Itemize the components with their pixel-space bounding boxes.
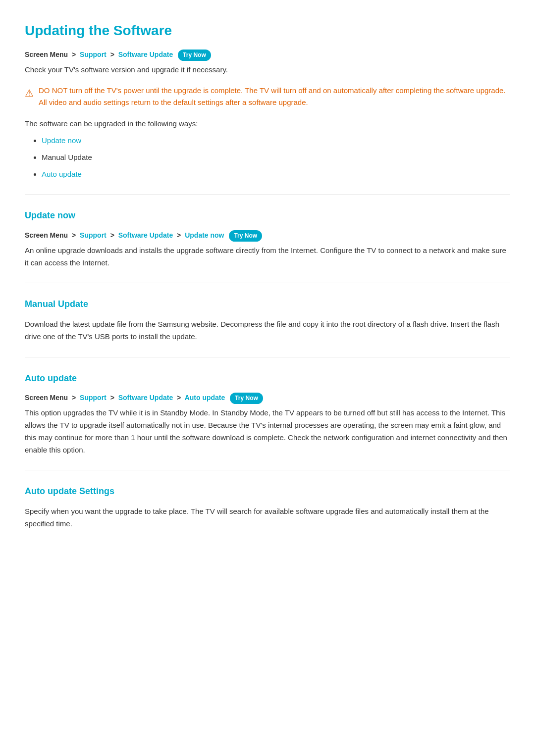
bc-software-update-1[interactable]: Software Update	[118, 231, 173, 239]
update-now-link[interactable]: Update now	[42, 136, 81, 145]
try-now-badge-intro[interactable]: Try Now	[178, 50, 211, 61]
manual-update-label: Manual Update	[42, 153, 92, 161]
section-breadcrumb-auto-update: Screen Menu > Support > Software Update …	[25, 392, 510, 404]
warning-text: DO NOT turn off the TV's power until the…	[39, 85, 510, 109]
list-item-auto-update: Auto update	[42, 168, 510, 180]
upgrade-intro: The software can be upgraded in the foll…	[25, 118, 510, 130]
upgrade-methods-list: Update now Manual Update Auto update	[25, 135, 510, 180]
list-item-manual-update: Manual Update	[42, 151, 510, 163]
section-breadcrumb-update-now: Screen Menu > Support > Software Update …	[25, 230, 510, 242]
breadcrumb-support[interactable]: Support	[80, 50, 107, 58]
divider-4	[25, 470, 510, 470]
bc-screen-menu-2: Screen Menu	[25, 394, 68, 402]
list-item-update-now: Update now	[42, 135, 510, 147]
auto-update-link[interactable]: Auto update	[42, 170, 82, 178]
breadcrumb-screen-menu: Screen Menu	[25, 50, 68, 58]
bc-update-now-1[interactable]: Update now	[185, 231, 224, 239]
divider-3	[25, 357, 510, 357]
bc-sep3-2: >	[177, 394, 181, 402]
breadcrumb-sep2: >	[110, 50, 114, 58]
section-body-auto-update-settings: Specify when you want the upgrade to tak…	[25, 505, 510, 530]
bc-support-1[interactable]: Support	[80, 231, 107, 239]
bc-sep3-1: >	[177, 231, 181, 239]
section-title-auto-update: Auto update	[25, 371, 510, 386]
section-title-update-now: Update now	[25, 208, 510, 223]
section-body-manual-update: Download the latest update file from the…	[25, 318, 510, 343]
intro-breadcrumb: Screen Menu > Support > Software Update …	[25, 49, 510, 61]
section-title-manual-update: Manual Update	[25, 297, 510, 311]
section-update-now: Update now Screen Menu > Support > Softw…	[25, 208, 510, 269]
bc-sep2-1: >	[110, 231, 114, 239]
section-body-update-now: An online upgrade downloads and installs…	[25, 245, 510, 269]
try-now-badge-update-now[interactable]: Try Now	[229, 230, 262, 242]
section-auto-update-settings: Auto update Settings Specify when you wa…	[25, 484, 510, 530]
intro-text: Check your TV's software version and upg…	[25, 64, 510, 76]
section-manual-update: Manual Update Download the latest update…	[25, 297, 510, 343]
try-now-badge-auto-update[interactable]: Try Now	[230, 393, 263, 404]
bc-sep1-2: >	[72, 394, 76, 402]
bc-support-2[interactable]: Support	[80, 394, 107, 402]
breadcrumb-sep1: >	[72, 50, 76, 58]
warning-icon: ⚠	[25, 85, 34, 101]
divider-2	[25, 283, 510, 283]
section-title-auto-update-settings: Auto update Settings	[25, 484, 510, 499]
breadcrumb-software-update[interactable]: Software Update	[118, 50, 173, 58]
bc-software-update-2[interactable]: Software Update	[118, 394, 173, 402]
warning-box: ⚠ DO NOT turn off the TV's power until t…	[25, 85, 510, 109]
section-body-auto-update: This option upgrades the TV while it is …	[25, 407, 510, 456]
divider-1	[25, 194, 510, 195]
bc-sep1-1: >	[72, 231, 76, 239]
section-auto-update: Auto update Screen Menu > Support > Soft…	[25, 371, 510, 456]
bc-screen-menu-1: Screen Menu	[25, 231, 68, 239]
bc-auto-update-2[interactable]: Auto update	[185, 394, 225, 402]
bc-sep2-2: >	[110, 394, 114, 402]
page-title: Updating the Software	[25, 20, 510, 42]
